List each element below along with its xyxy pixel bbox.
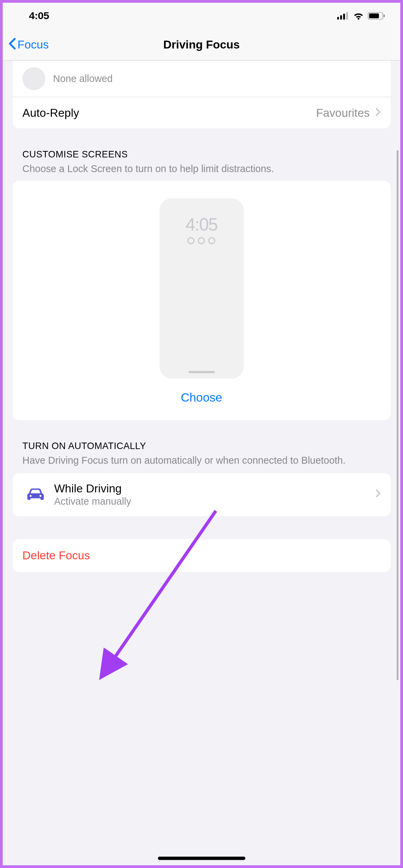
screenshot-border [0,0,403,868]
